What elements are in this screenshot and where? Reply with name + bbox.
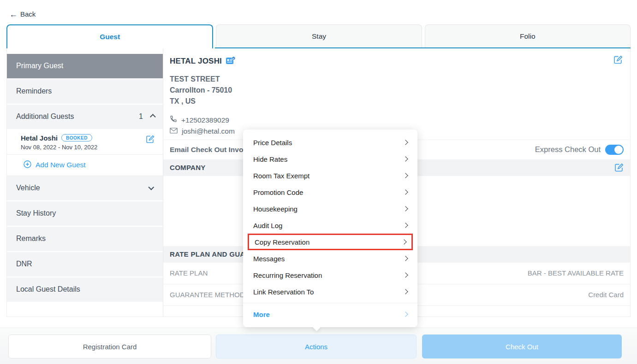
chevron-down-icon (148, 184, 154, 190)
menu-item-label: Audit Log (253, 222, 282, 229)
menu-item-hide-rates[interactable]: Hide Rates (243, 151, 417, 167)
chevron-right-icon (401, 239, 406, 244)
actions-label: Actions (305, 343, 327, 351)
menu-item-label: Hide Rates (253, 155, 287, 163)
sidebar-reminders-label: Reminders (16, 87, 52, 95)
chevron-right-icon (403, 140, 408, 145)
chevron-right-icon (403, 156, 408, 161)
menu-item-copy-reservation[interactable]: Copy Reservation (248, 234, 413, 250)
guest-phone: +12502389029 (181, 115, 229, 126)
edit-guest-details-button[interactable] (614, 55, 623, 64)
guest-email: joshi@hetal.com (182, 126, 235, 137)
tab-bar: Guest Stay Folio (6, 24, 631, 48)
footer-bar: Registration Card Actions Check Out (0, 328, 637, 364)
email-checkout-invoice-label: Email Check Out Invoice (170, 146, 253, 154)
tab-stay[interactable]: Stay (216, 24, 422, 48)
guest-header: HETAL JOSHI (163, 48, 630, 137)
sidebar-item-dnr[interactable]: DNR (7, 252, 163, 277)
add-new-guest-label: Add New Guest (36, 161, 86, 169)
rate-plan-value: BAR - BEST AVAILABLE RATE (528, 269, 624, 277)
guarantee-method-value: Credit Card (588, 291, 624, 299)
menu-item-label: Link Reservation To (253, 288, 314, 296)
menu-item-audit-log[interactable]: Audit Log (243, 217, 417, 234)
back-row: ← Back (0, 0, 637, 19)
menu-item-price-details[interactable]: Price Details (243, 134, 417, 151)
reservation-detail-page: ← Back Guest Stay Folio Primary Guest Re… (0, 0, 637, 364)
menu-item-label: Promotion Code (253, 188, 303, 196)
guest-sidebar: Primary Guest Reminders Additional Guest… (7, 48, 163, 317)
tab-folio-label: Folio (520, 32, 536, 41)
additional-guests-count: 1 (139, 112, 143, 121)
check-out-button[interactable]: Check Out (422, 335, 622, 358)
phone-row: +12502389029 (170, 115, 623, 126)
sidebar-item-vehicle[interactable]: Vehicle (7, 176, 163, 201)
address-line-3: TX , US (170, 96, 623, 107)
company-section-title: COMPANY (170, 164, 206, 171)
tab-stay-label: Stay (312, 32, 326, 41)
plus-circle-icon (24, 160, 31, 170)
edit-guest-button[interactable] (146, 135, 155, 143)
additional-guest-name: Hetal Joshi (21, 134, 58, 142)
additional-guest-row[interactable]: Hetal Joshi BOOKED Nov 08, 2022 - Nov 10… (7, 130, 163, 155)
edit-icon (614, 59, 623, 65)
rate-plan-label: RATE PLAN (170, 269, 208, 277)
chevron-right-icon (403, 311, 408, 317)
sidebar-item-primary-guest[interactable]: Primary Guest (7, 54, 163, 79)
sidebar-remarks-label: Remarks (16, 235, 46, 243)
back-arrow-icon: ← (9, 11, 18, 18)
sidebar-dnr-label: DNR (16, 260, 32, 268)
contact-card-verified-icon (226, 56, 236, 67)
guest-name-title: HETAL JOSHI (170, 57, 222, 66)
back-button[interactable]: ← Back (9, 10, 36, 18)
express-check-out-toggle[interactable] (605, 145, 624, 155)
menu-item-room-tax-exempt[interactable]: Room Tax Exempt (243, 167, 417, 184)
chevron-right-icon (403, 289, 408, 294)
chevron-right-icon (403, 206, 408, 211)
chevron-right-icon (403, 256, 408, 261)
sidebar-vehicle-label: Vehicle (16, 184, 40, 192)
edit-company-button[interactable] (615, 163, 624, 172)
chevron-right-icon (403, 223, 408, 228)
sidebar-item-reminders[interactable]: Reminders (7, 79, 163, 105)
edit-icon (146, 138, 155, 145)
edit-icon (615, 166, 624, 173)
registration-card-button[interactable]: Registration Card (8, 335, 211, 358)
actions-button[interactable]: Actions (216, 335, 417, 358)
sidebar-item-remarks[interactable]: Remarks (7, 227, 163, 252)
sidebar-item-local-guest-details[interactable]: Local Guest Details (7, 277, 163, 303)
menu-item-housekeeping[interactable]: Housekeeping (243, 200, 417, 217)
chevron-right-icon (403, 189, 408, 194)
menu-item-label: Housekeeping (253, 205, 298, 213)
menu-item-label: Room Tax Exempt (253, 172, 310, 180)
check-out-label: Check Out (506, 343, 538, 351)
address-line-2: Carrollton - 75010 (170, 85, 623, 96)
add-new-guest-button[interactable]: Add New Guest (7, 155, 163, 176)
address-line-1: TEST STREET (170, 74, 623, 85)
envelope-icon (170, 126, 178, 137)
chevron-right-icon (403, 173, 408, 178)
menu-item-promotion-code[interactable]: Promotion Code (243, 184, 417, 200)
registration-card-label: Registration Card (83, 343, 137, 351)
sidebar-primary-guest-label: Primary Guest (16, 62, 63, 70)
menu-item-link-reservation-to[interactable]: Link Reservation To (243, 283, 417, 300)
menu-more-label: More (253, 311, 270, 318)
sidebar-item-additional-guests[interactable]: Additional Guests 1 (7, 105, 163, 130)
phone-icon (170, 115, 177, 126)
guest-address: TEST STREET Carrollton - 75010 TX , US (170, 74, 623, 107)
sidebar-local-guest-details-label: Local Guest Details (16, 285, 80, 294)
tab-guest[interactable]: Guest (6, 24, 213, 48)
menu-item-label: Price Details (253, 139, 292, 147)
sidebar-item-stay-history[interactable]: Stay History (7, 201, 163, 227)
menu-item-messages[interactable]: Messages (243, 250, 417, 267)
actions-menu: Price Details Hide Rates Room Tax Exempt… (243, 129, 417, 327)
sidebar-additional-guests-label: Additional Guests (16, 112, 74, 121)
status-badge: BOOKED (61, 134, 92, 141)
menu-item-label: Copy Reservation (255, 238, 310, 246)
menu-item-recurring-reservation[interactable]: Recurring Reservation (243, 267, 417, 283)
sidebar-stay-history-label: Stay History (16, 209, 56, 217)
tab-folio[interactable]: Folio (425, 24, 631, 48)
additional-guest-dates: Nov 08, 2022 - Nov 10, 2022 (21, 144, 154, 151)
guarantee-method-label: GUARANTEE METHOD (170, 291, 245, 299)
menu-divider (243, 303, 417, 303)
menu-item-more[interactable]: More (243, 306, 417, 323)
